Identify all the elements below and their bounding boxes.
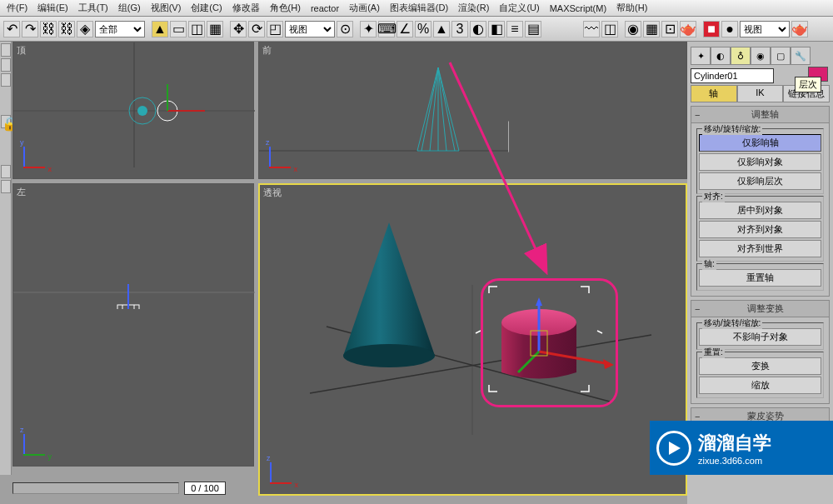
lb-2[interactable] xyxy=(1,58,11,72)
scale-icon[interactable]: ◰ xyxy=(267,21,283,37)
affect-object-only-button[interactable]: 仅影响对象 xyxy=(699,153,821,171)
menu-modifier[interactable]: 修改器 xyxy=(227,2,265,14)
render-frame-icon[interactable]: ⊡ xyxy=(661,21,678,37)
utilities-tab-icon[interactable]: 🔧 xyxy=(791,47,811,65)
menu-edit[interactable]: 编辑(E) xyxy=(32,2,73,14)
lb-lock-icon[interactable]: 🔒 xyxy=(1,115,11,128)
adjust-transform-header[interactable]: 调整变换 xyxy=(691,301,829,317)
snap-angle-icon[interactable]: ∠ xyxy=(397,21,413,37)
named-sel-icon[interactable]: ◐ xyxy=(470,21,486,37)
mirror-icon[interactable]: ◧ xyxy=(488,21,505,37)
adjust-pivot-header[interactable]: 调整轴 xyxy=(691,107,829,123)
create-tab-icon[interactable]: ✦ xyxy=(691,47,711,65)
menu-help[interactable]: 帮助(H) xyxy=(611,2,652,14)
menu-file[interactable]: 件(F) xyxy=(2,2,32,14)
select-name-icon[interactable]: ▭ xyxy=(170,21,187,37)
move-icon[interactable]: ✥ xyxy=(230,21,247,37)
quick-render-icon[interactable]: 🫖 xyxy=(680,21,696,37)
move2-group-label: 移动/旋转/缩放: xyxy=(702,317,762,329)
reset-axis-button[interactable]: 重置轴 xyxy=(699,269,821,287)
align-icon[interactable]: ≡ xyxy=(506,21,523,37)
pivot-tab[interactable]: 轴 xyxy=(691,85,737,102)
center-icon[interactable]: ⊙ xyxy=(337,21,353,37)
viewport-front[interactable]: 前 zx xyxy=(258,42,687,179)
align-to-object-button[interactable]: 对齐到对象 xyxy=(699,221,821,238)
persp-content xyxy=(260,185,686,494)
bind-icon[interactable]: ◈ xyxy=(77,21,93,37)
left-axis-widget: zy xyxy=(18,427,52,461)
keyboard-icon[interactable]: ⌨ xyxy=(378,21,395,37)
menu-custom[interactable]: 自定义(U) xyxy=(494,2,544,14)
align-to-world-button[interactable]: 对齐到世界 xyxy=(699,240,821,257)
lb-1[interactable] xyxy=(1,43,11,57)
menu-reactor[interactable]: reactor xyxy=(306,3,344,13)
affect-pivot-only-button[interactable]: 仅影响轴 xyxy=(699,134,821,152)
adjust-transform-rollout: 调整变换 移动/旋转/缩放: 不影响子对象 重置: 变换 缩放 xyxy=(691,300,830,404)
menu-render[interactable]: 渲染(R) xyxy=(453,2,494,14)
select-icon[interactable]: ▲ xyxy=(152,21,168,37)
display-tab-icon[interactable]: ▢ xyxy=(771,47,791,65)
time-slider[interactable] xyxy=(12,482,179,494)
watermark-title: 溜溜自学 xyxy=(698,431,771,456)
menu-anim[interactable]: 动画(A) xyxy=(344,2,385,14)
affect-hierarchy-only-button[interactable]: 仅影响层次 xyxy=(699,172,821,190)
curve-editor-icon[interactable]: 〰 xyxy=(583,21,600,37)
menu-bar: 件(F) 编辑(E) 工具(T) 组(G) 视图(V) 创建(C) 修改器 角色… xyxy=(0,0,833,17)
selected-object-name[interactable] xyxy=(691,68,774,83)
ik-tab[interactable]: IK xyxy=(737,85,784,102)
hierarchy-tab-icon[interactable]: ♁ xyxy=(731,47,751,65)
svg-line-11 xyxy=(430,67,438,151)
menu-maxscript[interactable]: MAXScript(M) xyxy=(545,3,611,13)
render-preset[interactable]: 视图 xyxy=(740,21,790,37)
menu-tools[interactable]: 工具(T) xyxy=(73,2,113,14)
axis-group-label: 轴: xyxy=(702,258,716,270)
link-icon[interactable]: ⛓ xyxy=(40,21,57,37)
menu-view[interactable]: 视图(V) xyxy=(146,2,187,14)
select-region-icon[interactable]: ◫ xyxy=(188,21,205,37)
watermark-url: zixue.3d66.com xyxy=(698,456,771,466)
motion-tab-icon[interactable]: ◉ xyxy=(751,47,771,65)
lb-3[interactable] xyxy=(1,73,11,87)
reset-scale-button[interactable]: 缩放 xyxy=(699,377,821,394)
menu-create[interactable]: 创建(C) xyxy=(186,2,227,14)
menu-character[interactable]: 角色(H) xyxy=(265,2,306,14)
schematic-icon[interactable]: ◫ xyxy=(601,21,618,37)
layers-icon[interactable]: ▤ xyxy=(525,21,541,37)
dont-affect-children-button[interactable]: 不影响子对象 xyxy=(699,328,821,346)
current-frame[interactable]: 0 / 100 xyxy=(184,482,226,495)
viewport-top[interactable]: 顶 yx xyxy=(12,42,254,179)
top-axis-widget: yx xyxy=(18,140,52,173)
unlink-icon[interactable]: ⛓ xyxy=(58,21,75,37)
window-crossing-icon[interactable]: ▦ xyxy=(207,21,223,37)
selection-filter[interactable]: 全部 xyxy=(95,21,145,37)
watermark-play-icon xyxy=(656,431,691,466)
snap-3d-icon[interactable]: 3 xyxy=(451,21,468,37)
ref-coord-system[interactable]: 视图 xyxy=(285,21,335,37)
teapot-icon[interactable]: 🫖 xyxy=(791,21,808,37)
redo-icon[interactable]: ↷ xyxy=(22,21,38,37)
lb-5[interactable] xyxy=(1,180,11,193)
left-grid xyxy=(13,184,263,309)
reactor-box-icon[interactable]: ■ xyxy=(703,21,720,37)
align-group-label: 对齐: xyxy=(702,191,725,202)
undo-icon[interactable]: ↶ xyxy=(3,21,20,37)
viewport-area: 顶 yx 前 xyxy=(12,42,683,475)
center-to-object-button[interactable]: 居中到对象 xyxy=(699,202,821,219)
render-scene-icon[interactable]: ▦ xyxy=(643,21,660,37)
menu-graph[interactable]: 图表编辑器(D) xyxy=(385,2,453,14)
reset-transform-button[interactable]: 变换 xyxy=(699,357,821,375)
snap-percent-icon[interactable]: % xyxy=(415,21,431,37)
viewport-left[interactable]: 左 zy xyxy=(12,183,254,467)
viewport-perspective[interactable]: 透视 xyxy=(258,183,687,496)
persp-axis-widget: zx xyxy=(265,456,298,489)
lb-4[interactable] xyxy=(1,165,11,178)
spinner-snap-icon[interactable]: ▲ xyxy=(433,21,450,37)
svg-line-13 xyxy=(438,67,446,151)
svg-marker-47 xyxy=(669,442,681,455)
manipulate-icon[interactable]: ✦ xyxy=(360,21,377,37)
modify-tab-icon[interactable]: ◐ xyxy=(711,47,731,65)
material-icon[interactable]: ◉ xyxy=(625,21,641,37)
reactor-sphere-icon[interactable]: ● xyxy=(721,21,738,37)
rotate-icon[interactable]: ⟳ xyxy=(248,21,265,37)
menu-group[interactable]: 组(G) xyxy=(113,2,146,14)
